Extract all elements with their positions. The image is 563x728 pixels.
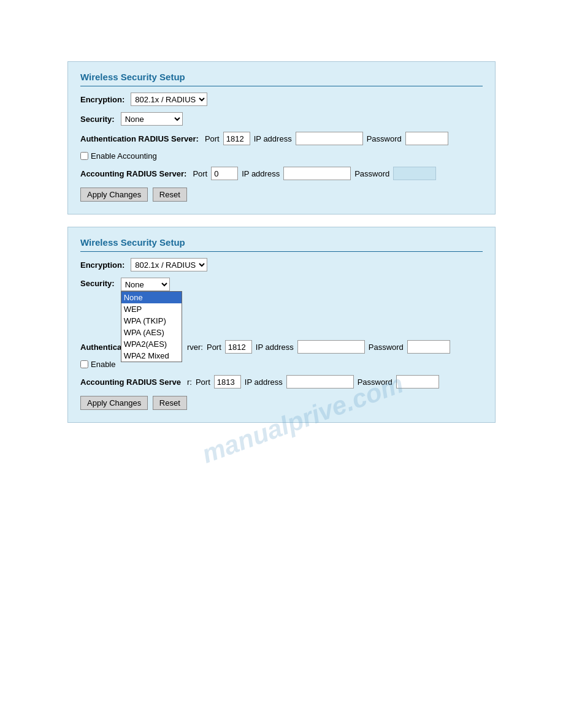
panel1-reset-button[interactable]: Reset bbox=[153, 188, 187, 202]
panel2-reset-button[interactable]: Reset bbox=[153, 396, 187, 410]
panel2-security-dropdown-container: None WEP WPA (TKIP) WPA (AES) WPA2(AES) … bbox=[121, 278, 170, 291]
panel2-accounting-password-label: Password bbox=[358, 377, 393, 387]
dropdown-item-wpa-aes[interactable]: WPA (AES) bbox=[121, 327, 182, 338]
panel2-encryption-label: Encryption: bbox=[80, 260, 124, 270]
dropdown-item-none[interactable]: None bbox=[121, 292, 182, 303]
panel1-accounting-port-label: Port bbox=[193, 169, 207, 178]
panel1: Wireless Security Setup Encryption: 802.… bbox=[67, 61, 496, 214]
panel1-security-label: Security: bbox=[80, 115, 115, 124]
panel1-auth-row: Authentication RADIUS Server: Port IP ad… bbox=[80, 132, 483, 145]
panel1-port-label: Port bbox=[205, 134, 220, 143]
panel2-accounting-label: Accounting RADIUS Serve bbox=[80, 377, 181, 387]
panel2-auth-suffix: rver: bbox=[187, 343, 203, 352]
panel1-accounting-password-label: Password bbox=[354, 169, 389, 178]
panel1-enable-accounting-checkbox[interactable] bbox=[80, 152, 88, 160]
panel2-title: Wireless Security Setup bbox=[80, 237, 483, 252]
panel2-port-label: Port bbox=[207, 343, 221, 352]
panel2-accounting-ip-input[interactable] bbox=[286, 375, 354, 389]
panel1-security-row: Security: None WEP WPA (TKIP) WPA (AES) … bbox=[80, 112, 483, 126]
dropdown-item-wpa2aes[interactable]: WPA2(AES) bbox=[121, 338, 182, 350]
panel2-enable-accounting-checkbox[interactable] bbox=[80, 360, 88, 368]
panel2: Wireless Security Setup Encryption: 802.… bbox=[67, 227, 496, 423]
panel1-ip-input[interactable] bbox=[296, 132, 363, 145]
panel1-apply-button[interactable]: Apply Changes bbox=[80, 188, 148, 202]
panel1-encryption-select[interactable]: 802.1x / RADIUS None WEP WPA (TKIP) WPA … bbox=[131, 93, 207, 106]
panel1-enable-accounting-label: Enable Accounting bbox=[91, 151, 157, 161]
panel2-accounting-port-label: Port bbox=[196, 377, 210, 387]
panel2-apply-button[interactable]: Apply Changes bbox=[80, 396, 148, 410]
panel2-password-input[interactable] bbox=[407, 340, 450, 354]
panel1-accounting-ip-input[interactable] bbox=[283, 167, 351, 180]
panel2-security-label: Security: bbox=[80, 279, 115, 288]
panel1-accounting-label: Accounting RADIUS Server: bbox=[80, 169, 186, 178]
panel1-button-row: Apply Changes Reset bbox=[80, 188, 483, 202]
panel2-enable-label: Enable bbox=[91, 360, 115, 369]
panel1-title: Wireless Security Setup bbox=[80, 72, 483, 86]
panel2-accounting-port-input[interactable] bbox=[214, 375, 241, 389]
panel1-accounting-password-input[interactable] bbox=[393, 167, 436, 180]
panel2-accounting-ip-label: IP address bbox=[245, 377, 283, 387]
panel1-password-input[interactable] bbox=[405, 132, 448, 145]
dropdown-item-wpa2-mixed[interactable]: WPA2 Mixed bbox=[121, 350, 182, 362]
panel2-port-input[interactable] bbox=[225, 340, 252, 354]
panel1-accounting-port-input[interactable] bbox=[211, 167, 238, 180]
dropdown-item-wpa-tkip[interactable]: WPA (TKIP) bbox=[121, 315, 182, 327]
panel1-auth-label: Authentication RADIUS Server: bbox=[80, 134, 199, 143]
dropdown-item-wep[interactable]: WEP bbox=[121, 303, 182, 315]
panel2-ip-label: IP address bbox=[256, 343, 294, 352]
panel2-security-dropdown-list: None WEP WPA (TKIP) WPA (AES) WPA2(AES) … bbox=[121, 291, 182, 362]
panel2-accounting-password-input[interactable] bbox=[396, 375, 439, 389]
panel2-encryption-row: Encryption: 802.1x / RADIUS None WEP WPA… bbox=[80, 258, 483, 271]
panel1-accounting-ip-label: IP address bbox=[242, 169, 280, 178]
panel2-password-label: Password bbox=[369, 343, 404, 352]
panel1-port-input[interactable] bbox=[223, 132, 250, 145]
panel2-encryption-select[interactable]: 802.1x / RADIUS None WEP WPA (TKIP) WPA … bbox=[131, 258, 207, 271]
panel1-ip-label: IP address bbox=[254, 134, 292, 143]
panel1-enable-accounting-row: Enable Accounting bbox=[80, 151, 483, 161]
panel2-button-row: Apply Changes Reset bbox=[80, 396, 483, 410]
panel2-ip-input[interactable] bbox=[297, 340, 365, 354]
panel2-security-row: Security: None WEP WPA (TKIP) WPA (AES) … bbox=[80, 278, 483, 291]
panel1-security-select[interactable]: None WEP WPA (TKIP) WPA (AES) WPA2(AES) … bbox=[121, 112, 183, 126]
panel1-encryption-label: Encryption: bbox=[80, 95, 124, 104]
panel2-security-select[interactable]: None WEP WPA (TKIP) WPA (AES) WPA2(AES) … bbox=[121, 278, 170, 291]
page-wrapper: Wireless Security Setup Encryption: 802.… bbox=[0, 0, 563, 728]
panel2-accounting-row: Accounting RADIUS Server: Port IP addres… bbox=[80, 375, 483, 389]
panel1-password-label: Password bbox=[367, 134, 402, 143]
panel1-accounting-row: Accounting RADIUS Server: Port IP addres… bbox=[80, 167, 483, 180]
panel1-encryption-row: Encryption: 802.1x / RADIUS None WEP WPA… bbox=[80, 93, 483, 106]
